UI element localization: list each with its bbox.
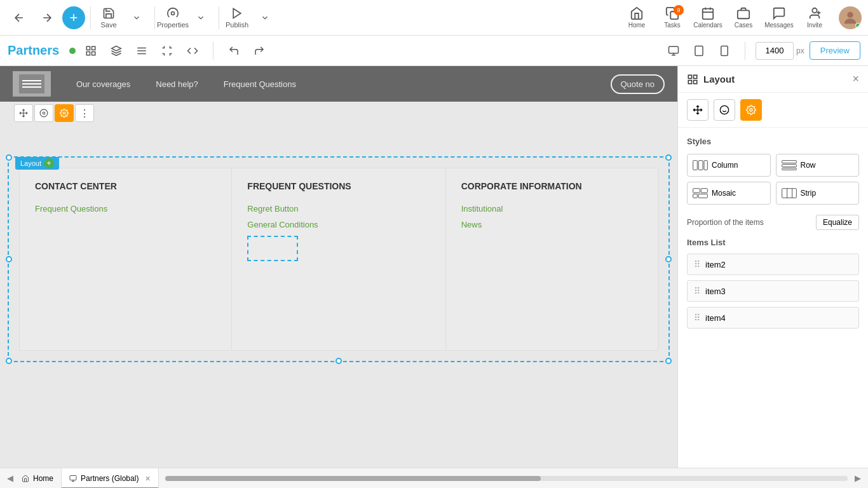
- back-button[interactable]: [6, 3, 32, 33]
- svg-rect-7: [738, 10, 749, 18]
- item-row-2[interactable]: ⠿ item4: [687, 307, 859, 329]
- partners-tab-close[interactable]: ×: [145, 473, 150, 484]
- style-mosaic[interactable]: Mosaic: [687, 182, 771, 205]
- col-conditions-link[interactable]: General Conditions: [247, 220, 430, 229]
- layout-style-btn[interactable]: [34, 104, 53, 122]
- layout-move-btn[interactable]: [14, 104, 33, 122]
- rp-tab-move[interactable]: [687, 99, 709, 121]
- home-nav-label: Home: [628, 22, 646, 29]
- col-institutional-link[interactable]: Institutional: [461, 204, 642, 214]
- handle-mr[interactable]: [665, 256, 672, 262]
- item-row-0[interactable]: ⠿ item2: [687, 254, 859, 275]
- code-btn[interactable]: [182, 41, 203, 61]
- faq-dashed-box: [247, 236, 298, 261]
- mobile-view-btn[interactable]: [714, 41, 735, 61]
- svg-point-8: [812, 8, 817, 13]
- publish-label: Publish: [226, 21, 248, 29]
- forward-button[interactable]: [34, 3, 60, 33]
- handle-br[interactable]: [665, 358, 672, 364]
- canvas-nav-cta[interactable]: Quote no: [611, 74, 665, 94]
- handle-tl[interactable]: [6, 154, 12, 161]
- layout-toolbar: ⋮: [14, 104, 94, 122]
- home-nav[interactable]: Home: [620, 3, 653, 33]
- equalize-btn[interactable]: Equalize: [816, 215, 859, 230]
- style-strip-label: Strip: [801, 189, 817, 198]
- layers-btn[interactable]: [106, 41, 126, 61]
- add-button[interactable]: +: [62, 6, 85, 29]
- handle-bm[interactable]: [336, 358, 342, 364]
- grid-view-btn[interactable]: [81, 41, 101, 61]
- canvas-inner: Our coverages Need help? Frequent Questi…: [0, 66, 677, 362]
- bottom-scrollbar[interactable]: [165, 476, 848, 481]
- col-news-link[interactable]: News: [461, 220, 642, 229]
- layout-add-col-btn[interactable]: +: [44, 158, 54, 168]
- home-tab[interactable]: Home: [14, 468, 62, 489]
- layout-settings-btn[interactable]: [55, 104, 74, 122]
- partners-tab-label: Partners (Global): [81, 474, 139, 483]
- svg-rect-46: [782, 165, 796, 167]
- rp-close-btn[interactable]: ×: [852, 72, 859, 86]
- canvas-nav: Our coverages Need help? Frequent Questi…: [0, 66, 677, 102]
- col-corporate: CORPORATE INFORMATION Institutional News: [445, 168, 658, 351]
- svg-rect-45: [782, 161, 796, 163]
- svg-rect-37: [694, 80, 697, 83]
- save-dropdown[interactable]: [124, 3, 149, 33]
- tasks-nav[interactable]: 9 Tasks: [656, 3, 689, 33]
- tasks-badge: 9: [674, 5, 684, 15]
- invite-nav[interactable]: Invite: [798, 3, 831, 33]
- col-corporate-title: CORPORATE INFORMATION: [461, 181, 642, 191]
- col-faq-link[interactable]: Frequent Questions: [35, 204, 216, 214]
- navigation-btn[interactable]: [132, 41, 152, 61]
- sep-toolbar2: [213, 42, 214, 60]
- svg-marker-16: [112, 46, 121, 51]
- undo-btn[interactable]: [224, 41, 244, 61]
- scroll-left-btn[interactable]: ◀: [6, 475, 14, 482]
- drag-handle-1: ⠿: [694, 286, 700, 296]
- svg-marker-1: [233, 8, 241, 18]
- properties-button[interactable]: Properties: [160, 3, 186, 33]
- svg-rect-52: [782, 189, 796, 198]
- col-regret-link[interactable]: Regret Button: [247, 204, 430, 214]
- svg-rect-49: [701, 189, 707, 193]
- svg-point-11: [847, 11, 853, 17]
- layout-more-btn[interactable]: ⋮: [75, 104, 94, 122]
- messages-nav[interactable]: Messages: [763, 3, 796, 33]
- style-strip[interactable]: Strip: [776, 182, 860, 205]
- scroll-right-btn[interactable]: ▶: [854, 475, 862, 482]
- partners-tab[interactable]: Partners (Global) ×: [62, 468, 159, 489]
- canvas-nav-coverages[interactable]: Our coverages: [76, 79, 130, 89]
- style-row[interactable]: Row: [776, 154, 860, 177]
- tablet-view-btn[interactable]: [689, 41, 709, 61]
- style-column[interactable]: Column: [687, 154, 771, 177]
- item-row-1[interactable]: ⠿ item3: [687, 280, 859, 302]
- canvas-nav-logo: [13, 71, 51, 97]
- properties-dropdown[interactable]: [188, 3, 214, 33]
- redo-btn[interactable]: [249, 41, 269, 61]
- style-row-label: Row: [801, 161, 816, 170]
- save-button[interactable]: Save: [96, 3, 121, 33]
- col-faq: FREQUENT QUESTIONS Regret Button General…: [232, 168, 445, 351]
- avatar[interactable]: [839, 6, 862, 29]
- preview-button[interactable]: Preview: [810, 41, 860, 60]
- handle-tr[interactable]: [665, 154, 672, 161]
- crop-btn[interactable]: [157, 41, 177, 61]
- page-title: Partners: [8, 43, 59, 58]
- publish-button[interactable]: Publish: [224, 3, 250, 33]
- three-col-layout: CONTACT CENTER Frequent Questions FREQUE…: [9, 158, 668, 361]
- svg-rect-51: [698, 194, 707, 198]
- canvas-nav-help[interactable]: Need help?: [156, 79, 198, 89]
- style-options-grid: Column Row: [687, 154, 859, 205]
- width-input[interactable]: 1400: [756, 42, 794, 60]
- rp-tab-style[interactable]: [714, 99, 735, 121]
- handle-ml[interactable]: [6, 256, 12, 262]
- handle-bl[interactable]: [6, 358, 12, 364]
- calendars-nav[interactable]: Calendars: [691, 3, 724, 33]
- rp-tab-settings[interactable]: [740, 99, 762, 121]
- style-mosaic-label: Mosaic: [712, 189, 736, 198]
- publish-dropdown[interactable]: [252, 3, 278, 33]
- cases-nav[interactable]: Cases: [727, 3, 760, 33]
- canvas-nav-faq[interactable]: Frequent Questions: [224, 79, 296, 89]
- desktop-view-btn[interactable]: [663, 41, 684, 61]
- col-contact-center: CONTACT CENTER Frequent Questions: [19, 168, 232, 351]
- main-area: Our coverages Need help? Frequent Questi…: [0, 66, 868, 468]
